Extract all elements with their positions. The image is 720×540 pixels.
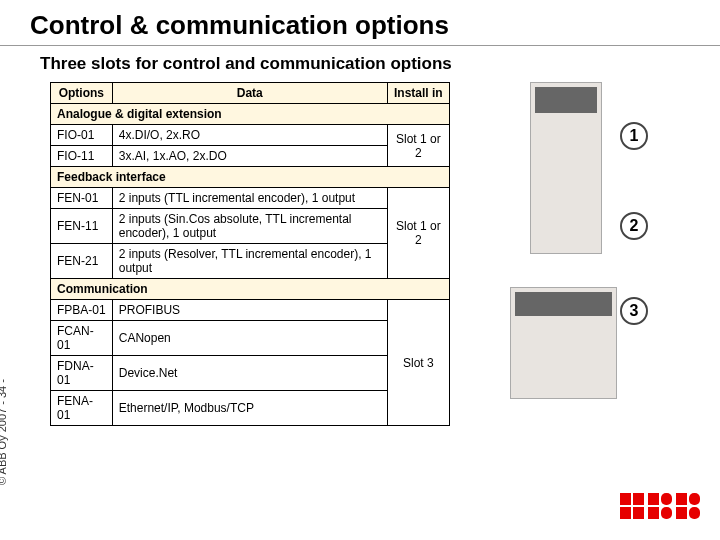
cell-data: 2 inputs (Sin.Cos absolute, TTL incremen… [112, 209, 387, 244]
abb-logo [620, 491, 700, 525]
svg-rect-11 [689, 507, 700, 519]
svg-rect-6 [648, 507, 659, 519]
callout-3: 3 [620, 297, 648, 325]
svg-rect-3 [633, 507, 644, 519]
header-install: Install in [387, 83, 449, 104]
section-analogue: Analogue & digital extension [51, 104, 450, 125]
svg-rect-1 [633, 493, 644, 505]
cell-option: FEN-11 [51, 209, 113, 244]
svg-rect-7 [661, 507, 672, 519]
callout-2: 2 [620, 212, 648, 240]
svg-rect-4 [648, 493, 659, 505]
header-data: Data [112, 83, 387, 104]
cell-data: PROFIBUS [112, 300, 387, 321]
cell-install: Slot 1 or 2 [387, 125, 449, 167]
page-subtitle: Three slots for control and communicatio… [0, 46, 720, 82]
header-options: Options [51, 83, 113, 104]
table-header-row: Options Data Install in [51, 83, 450, 104]
cell-data: Device.Net [112, 356, 387, 391]
page-title: Control & communication options [0, 0, 720, 46]
cell-data: 2 inputs (Resolver, TTL incremental enco… [112, 244, 387, 279]
svg-rect-0 [620, 493, 631, 505]
cell-option: FEN-21 [51, 244, 113, 279]
cell-option: FCAN-01 [51, 321, 113, 356]
cell-option: FENA-01 [51, 391, 113, 426]
cell-data: Ethernet/IP, Modbus/TCP [112, 391, 387, 426]
device-panel: 1 2 3 [470, 82, 670, 426]
table-row: FPBA-01 PROFIBUS Slot 3 [51, 300, 450, 321]
cell-data: CANopen [112, 321, 387, 356]
cell-option: FIO-01 [51, 125, 113, 146]
cell-install: Slot 3 [387, 300, 449, 426]
svg-rect-9 [689, 493, 700, 505]
cell-install: Slot 1 or 2 [387, 188, 449, 279]
section-communication: Communication [51, 279, 450, 300]
cell-option: FPBA-01 [51, 300, 113, 321]
options-table: Options Data Install in Analogue & digit… [50, 82, 450, 426]
svg-rect-8 [676, 493, 687, 505]
copyright-text: © ABB Oy 2007 - 34 - [0, 379, 8, 485]
cell-data: 4x.DI/O, 2x.RO [112, 125, 387, 146]
svg-rect-2 [620, 507, 631, 519]
table-row: FIO-01 4x.DI/O, 2x.RO Slot 1 or 2 [51, 125, 450, 146]
cell-option: FDNA-01 [51, 356, 113, 391]
table-row: FEN-01 2 inputs (TTL incremental encoder… [51, 188, 450, 209]
cell-data: 2 inputs (TTL incremental encoder), 1 ou… [112, 188, 387, 209]
cell-data: 3x.AI, 1x.AO, 2x.DO [112, 146, 387, 167]
cell-option: FEN-01 [51, 188, 113, 209]
section-feedback: Feedback interface [51, 167, 450, 188]
cell-option: FIO-11 [51, 146, 113, 167]
svg-rect-5 [661, 493, 672, 505]
device-image-top [530, 82, 602, 254]
callout-1: 1 [620, 122, 648, 150]
device-image-bottom [510, 287, 617, 399]
svg-rect-10 [676, 507, 687, 519]
